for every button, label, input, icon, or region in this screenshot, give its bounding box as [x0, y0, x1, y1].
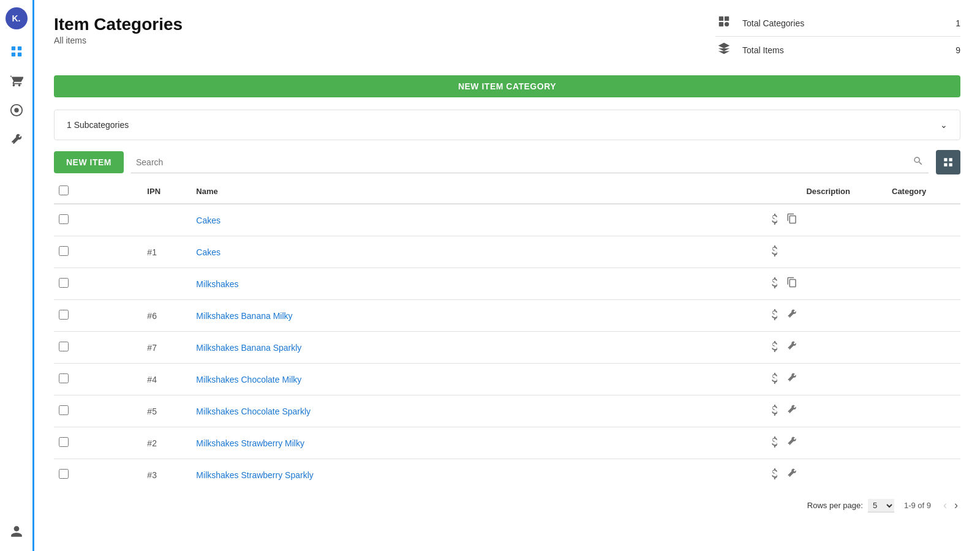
new-item-button[interactable]: NEW ITEM: [54, 151, 124, 173]
row-checkbox[interactable]: [59, 246, 69, 256]
table-row: #1Cakes: [54, 236, 960, 268]
total-items-value: 9: [942, 45, 960, 55]
table-row: #7Milkshakes Banana Sparkly: [54, 332, 960, 364]
ipn-cell: #3: [142, 459, 191, 491]
cart-icon[interactable]: [4, 69, 29, 93]
row-checkbox[interactable]: [59, 373, 69, 383]
item-name-link[interactable]: Cakes: [196, 216, 221, 225]
total-categories-value: 1: [942, 18, 960, 28]
description-cell: [764, 204, 887, 236]
name-column-header: Name: [191, 179, 764, 204]
table-row: Milkshakes: [54, 268, 960, 300]
prev-page-button[interactable]: ‹: [941, 498, 949, 513]
grid-view-button[interactable]: [936, 150, 960, 174]
item-name-link[interactable]: Milkshakes Banana Sparkly: [196, 343, 301, 353]
item-name-link[interactable]: Milkshakes Strawberry Sparkly: [196, 470, 313, 480]
svg-point-5: [14, 108, 18, 112]
main-content: Item Categories All items Total Categori…: [34, 0, 980, 551]
price-icon[interactable]: [769, 276, 779, 292]
header-left: Item Categories All items: [54, 15, 183, 45]
search-input[interactable]: [136, 157, 913, 167]
price-icon[interactable]: [769, 339, 779, 356]
name-cell: Milkshakes Banana Sparkly: [191, 332, 764, 364]
circle-icon[interactable]: [4, 98, 29, 122]
rows-per-page-select[interactable]: 5 10 25 50: [868, 499, 894, 512]
total-categories-label: Total Categories: [742, 18, 942, 28]
ipn-cell: [142, 204, 191, 236]
stats-panel: Total Categories 1 Total Items 9: [715, 15, 960, 58]
next-page-button[interactable]: ›: [952, 498, 960, 513]
category-cell: [887, 332, 960, 364]
row-checkbox[interactable]: [59, 342, 69, 351]
page-navigation: ‹ ›: [941, 498, 960, 513]
pagination: Rows per page: 5 10 25 50 1-9 of 9 ‹ ›: [54, 490, 960, 520]
name-cell: Milkshakes Chocolate Milky: [191, 364, 764, 395]
category-column-header: Category: [887, 179, 960, 204]
row-checkbox[interactable]: [59, 310, 69, 320]
ipn-cell: [142, 268, 191, 300]
price-icon[interactable]: [769, 307, 779, 324]
item-name-link[interactable]: Milkshakes Chocolate Milky: [196, 375, 301, 384]
tools-action-icon[interactable]: [786, 404, 797, 418]
page-info: 1-9 of 9: [904, 501, 931, 510]
table-row: #4Milkshakes Chocolate Milky: [54, 364, 960, 395]
item-name-link[interactable]: Cakes: [196, 247, 221, 257]
price-icon[interactable]: [769, 244, 779, 260]
price-icon[interactable]: [769, 371, 779, 388]
subcategories-label: 1 Subcategories: [67, 120, 129, 130]
item-name-link[interactable]: Milkshakes Strawberry Milky: [196, 438, 304, 448]
row-checkbox[interactable]: [59, 405, 69, 415]
total-items-stat: Total Items 9: [715, 42, 960, 58]
items-icon: [715, 42, 733, 58]
category-cell: [887, 459, 960, 491]
row-checkbox[interactable]: [59, 469, 69, 479]
ipn-column-header: IPN: [142, 179, 191, 204]
total-categories-stat: Total Categories 1: [715, 15, 960, 37]
name-cell: Milkshakes Strawberry Milky: [191, 427, 764, 459]
price-icon[interactable]: [769, 403, 779, 419]
copy-icon[interactable]: [786, 277, 797, 291]
tools-action-icon[interactable]: [786, 468, 797, 482]
description-cell: [764, 268, 887, 300]
row-checkbox[interactable]: [59, 214, 69, 224]
tools-action-icon[interactable]: [786, 372, 797, 386]
tools-action-icon[interactable]: [786, 340, 797, 354]
copy-icon[interactable]: [786, 213, 797, 227]
price-icon[interactable]: [769, 212, 779, 228]
svg-rect-1: [17, 47, 21, 50]
subcategories-bar[interactable]: 1 Subcategories ⌄: [54, 110, 960, 140]
svg-rect-0: [11, 47, 15, 50]
category-cell: [887, 268, 960, 300]
total-items-label: Total Items: [742, 45, 942, 55]
price-icon[interactable]: [769, 435, 779, 451]
new-item-category-button[interactable]: NEW ITEM CATEGORY: [54, 75, 960, 97]
select-all-checkbox[interactable]: [59, 186, 69, 195]
table-header-row: IPN Name Description Category: [54, 179, 960, 204]
description-cell: [764, 300, 887, 332]
item-name-link[interactable]: Milkshakes: [196, 279, 238, 289]
dashboard-icon[interactable]: [4, 39, 29, 64]
category-cell: [887, 204, 960, 236]
row-checkbox[interactable]: [59, 278, 69, 288]
row-checkbox[interactable]: [59, 437, 69, 447]
name-cell: Milkshakes Banana Milky: [191, 300, 764, 332]
ipn-cell: #6: [142, 300, 191, 332]
tools-action-icon[interactable]: [786, 436, 797, 450]
description-cell: [764, 427, 887, 459]
tools-icon[interactable]: [4, 127, 29, 152]
items-table: IPN Name Description Category Cakes #1Ca…: [54, 179, 960, 490]
user-profile-icon[interactable]: [4, 519, 29, 544]
description-cell: [764, 395, 887, 427]
tools-action-icon[interactable]: [786, 309, 797, 323]
table-row: #2Milkshakes Strawberry Milky: [54, 427, 960, 459]
item-name-link[interactable]: Milkshakes Chocolate Sparkly: [196, 407, 311, 416]
description-column-header: Description: [764, 179, 887, 204]
price-icon[interactable]: [769, 467, 779, 483]
page-subtitle: All items: [54, 36, 183, 45]
item-name-link[interactable]: Milkshakes Banana Milky: [196, 311, 292, 321]
table-row: Cakes: [54, 204, 960, 236]
categories-icon: [715, 15, 733, 31]
search-icon: [913, 156, 924, 169]
user-avatar[interactable]: K.: [6, 7, 28, 29]
select-all-header: [54, 179, 142, 204]
